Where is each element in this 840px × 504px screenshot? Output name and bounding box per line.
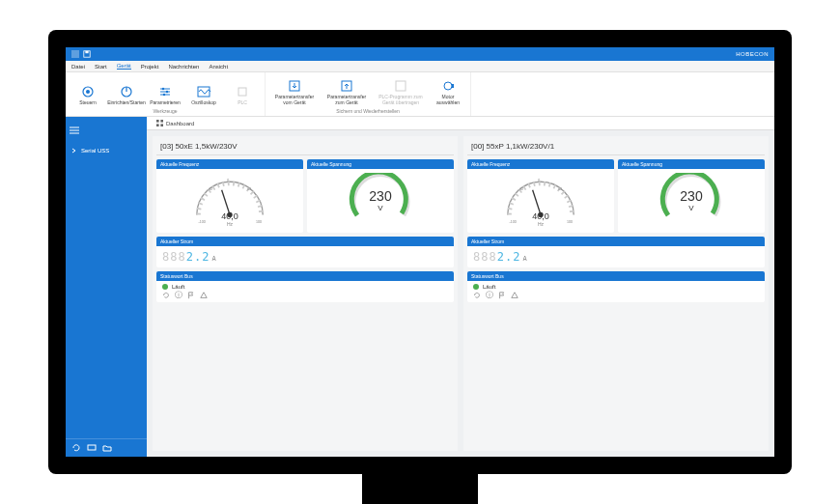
frequency-value: 40,0	[532, 211, 549, 221]
steuern-button[interactable]: Steuern	[70, 82, 106, 108]
info-icon: ⓘ	[175, 292, 182, 299]
warning-icon	[200, 292, 208, 299]
panel-title: [03] 50xE 1,5kW/230V	[156, 140, 454, 155]
chip-icon	[235, 84, 250, 99]
warning-icon	[511, 292, 518, 299]
card-header: Aktuelle Spannung	[618, 159, 765, 169]
svg-text:0: 0	[227, 179, 229, 182]
param-to-device-button[interactable]: Parametertransfer zum Gerät	[322, 76, 372, 107]
chevron-right-icon	[71, 148, 77, 154]
screen: HOBECON Datei Start Gerät Projekt Nachri…	[66, 47, 774, 457]
menu-projekt[interactable]: Projekt	[141, 64, 159, 70]
menubar: Datei Start Gerät Projekt Nachrichten An…	[66, 61, 774, 72]
flag-icon	[187, 292, 195, 299]
sidebar-item-serial[interactable]: Serial USS	[70, 145, 143, 156]
refresh-icon[interactable]	[71, 443, 81, 453]
card-header: Statuswort Bus	[467, 271, 765, 281]
sidebar-item-label: Serial USS	[81, 148, 109, 154]
svg-text:100: 100	[256, 220, 262, 224]
monitor-frame: HOBECON Datei Start Gerät Projekt Nachri…	[48, 30, 792, 474]
status-icons: ⓘ	[162, 292, 208, 299]
motor-select-button[interactable]: Motor auswählen	[430, 76, 466, 107]
ribbon-group-label: Werkzeuge	[153, 108, 177, 114]
svg-rect-23	[88, 445, 96, 450]
svg-rect-17	[396, 81, 406, 91]
grid-icon	[156, 120, 163, 126]
folder-icon[interactable]	[102, 443, 112, 453]
menu-geraet[interactable]: Gerät	[117, 63, 131, 70]
gear-icon	[80, 84, 96, 99]
frequency-value: 40,0	[221, 211, 238, 221]
menu-start[interactable]: Start	[95, 64, 107, 70]
svg-text:40: 40	[247, 187, 251, 191]
info-icon: ⓘ	[486, 292, 493, 299]
card-header: Aktueller Strom	[156, 237, 454, 246]
rotate-icon	[473, 292, 481, 299]
card-header: Statuswort Bus	[156, 271, 454, 281]
current-card: Aktueller Strom 8882.2A	[467, 237, 765, 267]
menu-datei[interactable]: Datei	[71, 64, 85, 70]
frequency-unit: Hz	[221, 221, 238, 227]
svg-point-10	[162, 87, 164, 89]
menu-icon[interactable]	[70, 126, 79, 134]
card-header: Aktuelle Frequenz	[467, 159, 614, 169]
svg-rect-14	[238, 88, 246, 96]
current-card: Aktueller Strom 8882.2A	[156, 237, 454, 267]
status-card: Statuswort Bus Läuft ⓘ	[156, 271, 454, 302]
ribbon-group-sichern: Parametertransfer vom Gerät Parametertra…	[266, 72, 471, 116]
plc-button[interactable]: PLC	[224, 82, 261, 108]
tab-label: Dashboard	[166, 121, 194, 126]
rotate-icon	[162, 292, 170, 299]
plc-to-device-button[interactable]: PLC-Programm zum Gerät übertragen	[374, 76, 428, 107]
svg-point-11	[166, 90, 168, 92]
save-icon[interactable]	[83, 50, 91, 58]
svg-rect-13	[198, 87, 210, 97]
frequency-gauge: -100 100 0 -40 40 40,0 Hz	[497, 173, 584, 229]
status-dot-icon	[473, 284, 479, 290]
oszilloskop-button[interactable]: Oszilloskop	[185, 82, 222, 108]
svg-text:-100: -100	[199, 220, 206, 224]
svg-rect-27	[160, 124, 163, 126]
app-title: HOBECON	[736, 51, 769, 57]
svg-rect-19	[452, 84, 454, 88]
parametrieren-button[interactable]: Parametrieren	[147, 82, 183, 108]
main: Dashboard [03] 50xE 1,5kW/230V Aktuelle …	[147, 117, 774, 457]
voltage-card: Aktuelle Spannung 230	[307, 159, 454, 233]
svg-text:-40: -40	[518, 187, 523, 191]
current-display: 8882.2A	[162, 250, 217, 264]
app-icon	[71, 50, 79, 58]
svg-text:-40: -40	[208, 187, 212, 191]
flag-icon	[498, 292, 506, 299]
status-text: Läuft	[172, 284, 184, 290]
svg-point-4	[86, 90, 90, 94]
status-dot-icon	[162, 284, 168, 290]
tabbar: Dashboard	[147, 117, 774, 130]
download-icon	[287, 78, 302, 94]
svg-rect-26	[156, 124, 159, 126]
titlebar: HOBECON	[66, 47, 774, 61]
menu-ansicht[interactable]: Ansicht	[209, 64, 228, 70]
param-from-device-button[interactable]: Parametertransfer vom Gerät	[269, 76, 320, 107]
device-icon[interactable]	[87, 443, 97, 453]
svg-point-12	[163, 93, 165, 95]
menu-nachrichten[interactable]: Nachrichten	[168, 64, 199, 70]
card-header: Aktueller Strom	[467, 237, 765, 246]
status-icons: ⓘ	[473, 292, 518, 299]
svg-rect-2	[85, 51, 88, 53]
tab-dashboard[interactable]: Dashboard	[151, 120, 200, 126]
frequency-card: Aktuelle Frequenz -100	[467, 159, 614, 233]
ribbon-group-werkzeuge: Steuern Einrichten/Starten Parametrieren…	[66, 72, 266, 116]
sidebar: Serial USS	[66, 117, 147, 457]
panel-title: [00] 55xP 1,1kW/230V/1	[467, 140, 765, 155]
card-header: Aktuelle Frequenz	[156, 159, 303, 169]
sidebar-bottom	[66, 438, 147, 457]
titlebar-left	[71, 50, 91, 58]
current-display: 8882.2A	[473, 250, 528, 264]
frequency-card: Aktuelle Frequenz -100	[156, 159, 303, 233]
frequency-gauge: -100 100 0 -40 40 40,0 Hz	[186, 173, 273, 229]
einrichten-button[interactable]: Einrichten/Starten	[108, 82, 145, 108]
svg-rect-0	[71, 50, 79, 58]
frequency-unit: Hz	[532, 221, 549, 227]
svg-rect-25	[160, 120, 163, 123]
device-panel-0: [03] 50xE 1,5kW/230V Aktuelle Frequenz	[153, 136, 458, 451]
